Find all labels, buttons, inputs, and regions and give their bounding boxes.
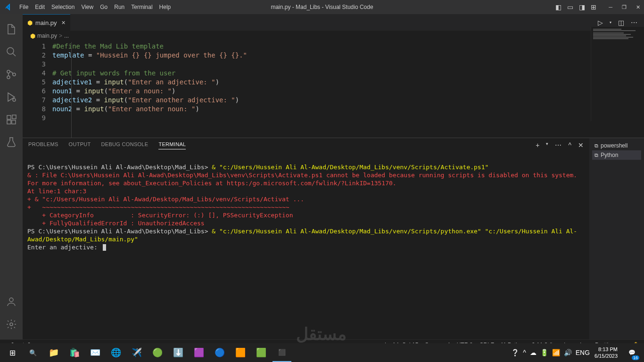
source-control-icon[interactable] bbox=[0, 63, 23, 86]
tray-onedrive-icon[interactable]: ☁ bbox=[530, 349, 537, 356]
settings-gear-icon[interactable] bbox=[0, 313, 23, 336]
notification-badge: 16 bbox=[632, 355, 639, 360]
terminal-body[interactable]: PS C:\Users\Hussein Ali Al-Awad\Desktop\… bbox=[23, 152, 589, 339]
svg-point-3 bbox=[13, 73, 16, 76]
terminal-error-line: + & "c:/Users/Hussein Ali Al-Awad/Deskto… bbox=[27, 196, 304, 203]
panel-more-icon[interactable]: ⋯ bbox=[555, 141, 561, 149]
menu-selection[interactable]: Selection bbox=[48, 2, 78, 12]
taskbar-search-icon[interactable]: 🔍 bbox=[24, 343, 42, 362]
content-area: ⬢ main.py × ▷ ▾ ◫ ⋯ ⬢ main.py > ... 1234… bbox=[23, 14, 644, 339]
title-bar: FileEditSelectionViewGoRunTerminalHelp m… bbox=[0, 0, 644, 14]
menu-help[interactable]: Help bbox=[156, 2, 174, 12]
excel-icon[interactable]: 🟩 bbox=[252, 343, 271, 362]
panel-maximize-icon[interactable]: ^ bbox=[568, 141, 571, 149]
terminal-error-line: & : File C:\Users\Hussein Ali Al-Awad\De… bbox=[27, 172, 581, 187]
new-terminal-icon[interactable]: + bbox=[536, 141, 539, 149]
bottom-panel: PROBLEMS OUTPUT DEBUG CONSOLE TERMINAL +… bbox=[23, 138, 644, 339]
terminal-error-line: + CategoryInfo : SecurityError: (:) [], … bbox=[27, 212, 293, 219]
file-explorer-icon[interactable]: 📁 bbox=[44, 343, 63, 362]
tray-battery-icon[interactable]: 🔋 bbox=[540, 349, 548, 356]
editor-more-icon[interactable]: ⋯ bbox=[631, 19, 637, 26]
run-dropdown-icon[interactable]: ▾ bbox=[610, 20, 611, 25]
menu-edit[interactable]: Edit bbox=[32, 2, 48, 12]
tray-chevron-icon[interactable]: ^ bbox=[523, 349, 526, 356]
python-file-icon: ⬢ bbox=[30, 33, 35, 40]
svg-rect-7 bbox=[12, 120, 16, 124]
minimap[interactable] bbox=[591, 27, 644, 121]
maximize-icon[interactable]: ❐ bbox=[622, 4, 627, 10]
run-debug-icon[interactable] bbox=[0, 86, 23, 108]
tray-language[interactable]: ENG bbox=[576, 349, 590, 356]
menu-terminal[interactable]: Terminal bbox=[128, 2, 156, 12]
terminal-name: powershell bbox=[601, 142, 627, 149]
testing-icon[interactable] bbox=[0, 131, 23, 154]
terminal-input-prompt: Enter an adjective: bbox=[27, 244, 101, 251]
editor-pane[interactable]: 123456789 #Define the Mad Lib templatete… bbox=[23, 41, 644, 138]
whatsapp-icon[interactable]: 🟢 bbox=[148, 343, 167, 362]
minimize-icon[interactable]: ─ bbox=[609, 4, 612, 10]
vscode-taskbar-icon[interactable]: ⬛ bbox=[272, 343, 291, 362]
start-button[interactable]: ⊞ bbox=[3, 343, 22, 362]
terminal-error-line: + ~~~~~~~~~~~~~~~~~~~~~~~~~~~~~~~~~~~~~~… bbox=[27, 204, 289, 211]
terminal-item-python[interactable]: ⧉Python bbox=[592, 150, 641, 160]
chrome-icon[interactable]: 🔵 bbox=[210, 343, 229, 362]
tray-wifi-icon[interactable]: 📶 bbox=[552, 349, 560, 356]
menu-file[interactable]: File bbox=[16, 2, 32, 12]
pycharm-icon[interactable]: 🟪 bbox=[190, 343, 208, 362]
breadcrumb[interactable]: ⬢ main.py > ... bbox=[23, 31, 644, 41]
taskbar-clock[interactable]: 8:13 PM 6/15/2023 bbox=[594, 346, 618, 359]
menu-go[interactable]: Go bbox=[97, 2, 111, 12]
mail-icon[interactable]: ✉️ bbox=[86, 343, 105, 362]
tray-volume-icon[interactable]: 🔊 bbox=[564, 349, 572, 356]
search-icon[interactable] bbox=[0, 41, 23, 63]
terminal-command: & "c:/Users/Hussein Ali Al-Awad/Desktop/… bbox=[212, 164, 488, 171]
edge-icon[interactable]: 🌐 bbox=[107, 343, 125, 362]
split-right-icon[interactable]: ◨ bbox=[579, 3, 585, 11]
svg-point-1 bbox=[7, 70, 10, 73]
terminal-item-powershell[interactable]: ⧉powershell bbox=[592, 141, 641, 150]
terminal-error-line: + FullyQualifiedErrorId : UnauthorizedAc… bbox=[27, 220, 205, 227]
explorer-icon[interactable] bbox=[0, 18, 23, 41]
svg-rect-5 bbox=[7, 115, 11, 119]
split-layout-icon[interactable]: ◧ bbox=[555, 3, 561, 11]
customize-layout-icon[interactable]: ⊞ bbox=[591, 3, 596, 11]
terminal-list-sidebar: ⧉powershell ⧉Python bbox=[589, 138, 644, 339]
menu-run[interactable]: Run bbox=[111, 2, 128, 12]
panel-tab-problems[interactable]: PROBLEMS bbox=[28, 141, 58, 149]
terminal-error-line: At line:1 char:3 bbox=[27, 188, 86, 195]
svg-rect-8 bbox=[12, 115, 16, 119]
editor-tab-main-py[interactable]: ⬢ main.py × bbox=[23, 14, 70, 31]
panel-close-icon[interactable]: ✕ bbox=[578, 141, 584, 149]
editor-tabs-bar: ⬢ main.py × ▷ ▾ ◫ ⋯ bbox=[23, 14, 644, 31]
clock-time: 8:13 PM bbox=[594, 346, 618, 353]
panel-tab-output[interactable]: OUTPUT bbox=[69, 141, 91, 149]
chevron-right-icon: > bbox=[59, 33, 62, 39]
svg-point-2 bbox=[7, 76, 10, 79]
panel-layout-icon[interactable]: ▭ bbox=[567, 3, 573, 11]
accounts-icon[interactable] bbox=[0, 290, 23, 313]
tab-close-icon[interactable]: × bbox=[62, 19, 66, 26]
line-number-gutter: 123456789 bbox=[23, 41, 52, 138]
panel-tab-terminal[interactable]: TERMINAL bbox=[158, 141, 186, 149]
terminal-icon: ⧉ bbox=[594, 152, 598, 158]
svg-rect-6 bbox=[7, 120, 11, 124]
windows-taskbar: ⊞ 🔍 📁 🛍️ ✉️ 🌐 ✈️ 🟢 ⬇️ 🟪 🔵 🟧 🟩 ⬛ ❔ ^ ☁ 🔋 … bbox=[0, 343, 644, 362]
notifications-icon[interactable]: 💬 16 bbox=[622, 343, 641, 362]
close-icon[interactable]: ✕ bbox=[636, 4, 640, 10]
telegram-icon[interactable]: ✈️ bbox=[127, 343, 146, 362]
split-editor-icon[interactable]: ◫ bbox=[618, 19, 624, 26]
idm-icon[interactable]: ⬇️ bbox=[169, 343, 188, 362]
tray-help-icon[interactable]: ❔ bbox=[511, 349, 519, 356]
panel-tab-debug-console[interactable]: DEBUG CONSOLE bbox=[101, 141, 149, 149]
run-play-icon[interactable]: ▷ bbox=[598, 19, 603, 26]
app-icon[interactable]: 🟧 bbox=[231, 343, 250, 362]
menu-view[interactable]: View bbox=[78, 2, 97, 12]
python-file-icon: ⬢ bbox=[27, 19, 33, 26]
terminal-name: Python bbox=[601, 152, 618, 158]
breadcrumb-file: main.py bbox=[37, 33, 57, 39]
code-content[interactable]: #Define the Mad Lib templatetemplate = "… bbox=[52, 41, 247, 138]
terminal-dropdown-icon[interactable]: ▾ bbox=[546, 141, 548, 149]
extensions-icon[interactable] bbox=[0, 108, 23, 131]
ms-store-icon[interactable]: 🛍️ bbox=[65, 343, 84, 362]
tab-filename: main.py bbox=[35, 19, 57, 26]
